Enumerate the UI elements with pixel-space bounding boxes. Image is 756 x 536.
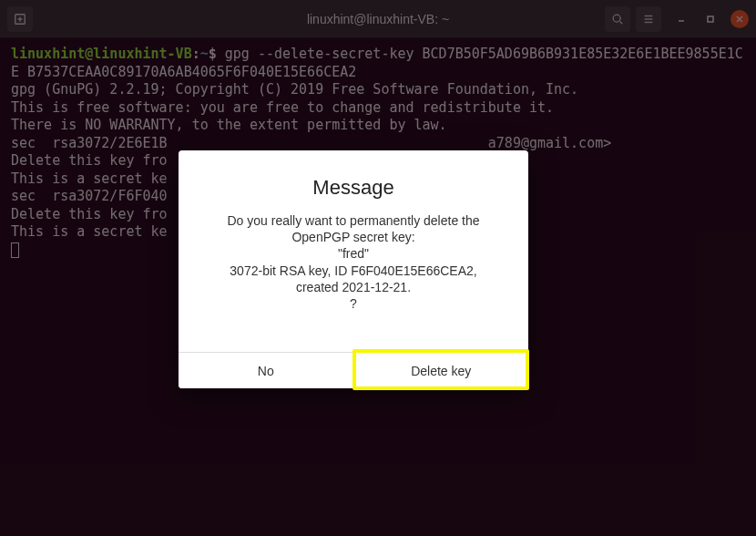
- close-icon: [735, 15, 744, 24]
- hamburger-icon: [642, 13, 655, 26]
- prompt-sep2: $: [209, 46, 225, 62]
- delete-key-button[interactable]: Delete key: [354, 353, 529, 388]
- svg-point-3: [613, 15, 620, 22]
- search-button[interactable]: [605, 6, 630, 32]
- terminal-cursor: [11, 242, 19, 258]
- maximize-button[interactable]: [701, 10, 720, 28]
- terminal-line: This is free software: you are free to c…: [11, 99, 745, 118]
- svg-rect-9: [708, 16, 713, 22]
- dialog-title: Message: [179, 150, 528, 212]
- menu-button[interactable]: [636, 6, 661, 32]
- minimize-icon: [677, 15, 686, 24]
- terminal-line: gpg (GnuPG) 2.2.19; Copyright (C) 2019 F…: [11, 81, 745, 99]
- no-button[interactable]: No: [179, 353, 354, 388]
- window-title: linuxhint@linuxhint-VB: ~: [307, 12, 449, 26]
- dialog-text-line: OpenPGP secret key:: [200, 229, 506, 245]
- terminal-line: There is NO WARRANTY, to the extent perm…: [11, 117, 745, 135]
- dialog-text-line: "fred": [200, 245, 506, 262]
- dialog-body: Do you really want to permanently delete…: [179, 212, 528, 352]
- dialog-text-line: 3072-bit RSA key, ID F6F040E15E66CEA2,: [200, 263, 506, 279]
- prompt-sep1: :: [192, 46, 200, 62]
- message-dialog: Message Do you really want to permanentl…: [179, 150, 528, 388]
- dialog-actions: No Delete key: [179, 352, 528, 388]
- dialog-text-line: ?: [200, 295, 506, 312]
- prompt-user-host: linuxhint@linuxhint-VB: [11, 46, 192, 62]
- new-tab-icon: [14, 13, 26, 26]
- close-button[interactable]: [730, 10, 749, 28]
- maximize-icon: [706, 15, 715, 24]
- search-icon: [611, 13, 624, 26]
- minimize-button[interactable]: [672, 10, 690, 28]
- titlebar-right-group: [605, 6, 749, 32]
- new-tab-button[interactable]: [7, 6, 33, 32]
- dialog-text-line: created 2021-12-21.: [200, 279, 506, 295]
- dialog-text-line: Do you really want to permanently delete…: [200, 212, 506, 229]
- svg-line-4: [620, 21, 623, 24]
- prompt-path: ~: [200, 46, 209, 62]
- window-titlebar: linuxhint@linuxhint-VB: ~: [0, 0, 756, 38]
- titlebar-left-group: [7, 6, 33, 32]
